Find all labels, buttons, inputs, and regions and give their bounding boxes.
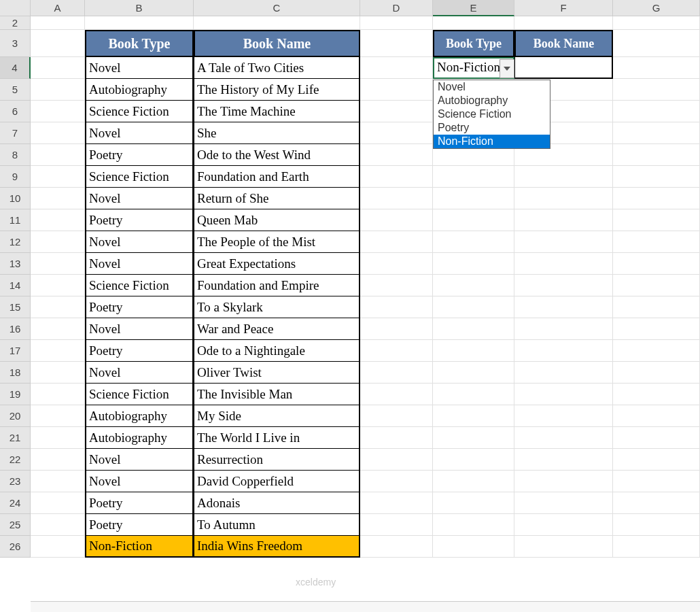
cell-D15[interactable]: [360, 296, 433, 318]
row-header-9[interactable]: 9: [0, 166, 31, 188]
column-header-G[interactable]: G: [613, 0, 700, 16]
cell-G6[interactable]: [613, 101, 700, 122]
cell-A20[interactable]: [31, 405, 85, 427]
column-header-E[interactable]: E: [433, 0, 514, 16]
cell-F11[interactable]: [514, 209, 613, 231]
row-header-3[interactable]: 3: [0, 30, 31, 57]
cell-D17[interactable]: [360, 340, 433, 362]
cell-D12[interactable]: [360, 231, 433, 253]
cell-G11[interactable]: [613, 209, 700, 231]
row-header-8[interactable]: 8: [0, 144, 31, 166]
cell-A5[interactable]: [31, 79, 85, 101]
cell-G12[interactable]: [613, 231, 700, 253]
cell-B8[interactable]: Poetry: [85, 144, 194, 166]
cell-A7[interactable]: [31, 122, 85, 144]
cell-C21[interactable]: The World I Live in: [194, 427, 360, 449]
cell-D18[interactable]: [360, 362, 433, 384]
cell-D19[interactable]: [360, 384, 433, 405]
cell-A14[interactable]: [31, 275, 85, 296]
cell-D3[interactable]: [360, 30, 433, 57]
cell-B26[interactable]: Non-Fiction: [85, 536, 194, 558]
sheet-tab-bar[interactable]: [31, 601, 700, 612]
cell-G5[interactable]: [613, 79, 700, 101]
cell-B19[interactable]: Science Fiction: [85, 384, 194, 405]
cell-D26[interactable]: [360, 536, 433, 558]
cell-G4[interactable]: [613, 57, 700, 79]
cell-B11[interactable]: Poetry: [85, 209, 194, 231]
cell-C17[interactable]: Ode to a Nightingale: [194, 340, 360, 362]
cell-F24[interactable]: [514, 492, 613, 514]
row-header-16[interactable]: 16: [0, 318, 31, 340]
cell-C4[interactable]: A Tale of Two Cities: [194, 57, 360, 79]
cell-E14[interactable]: [433, 275, 514, 296]
cell-G10[interactable]: [613, 188, 700, 209]
cell-B24[interactable]: Poetry: [85, 492, 194, 514]
row-header-18[interactable]: 18: [0, 362, 31, 384]
row-header-25[interactable]: 25: [0, 514, 31, 536]
cell-B17[interactable]: Poetry: [85, 340, 194, 362]
row-header-13[interactable]: 13: [0, 253, 31, 275]
cell-E18[interactable]: [433, 362, 514, 384]
cell-E17[interactable]: [433, 340, 514, 362]
cell-G8[interactable]: [613, 144, 700, 166]
cell-D21[interactable]: [360, 427, 433, 449]
row-header-14[interactable]: 14: [0, 275, 31, 296]
column-header-D[interactable]: D: [360, 0, 433, 16]
cell-A3[interactable]: [31, 30, 85, 57]
cell-C7[interactable]: She: [194, 122, 360, 144]
cell-F26[interactable]: [514, 536, 613, 558]
cell-G19[interactable]: [613, 384, 700, 405]
cell-F4[interactable]: [514, 57, 613, 79]
cell-G18[interactable]: [613, 362, 700, 384]
row-header-23[interactable]: 23: [0, 471, 31, 492]
cell-G16[interactable]: [613, 318, 700, 340]
cell-D14[interactable]: [360, 275, 433, 296]
cell-G2[interactable]: [613, 16, 700, 30]
cell-E13[interactable]: [433, 253, 514, 275]
cell-E22[interactable]: [433, 449, 514, 471]
column-header-C[interactable]: C: [194, 0, 360, 16]
row-header-7[interactable]: 7: [0, 122, 31, 144]
cell-E11[interactable]: [433, 209, 514, 231]
cell-E25[interactable]: [433, 514, 514, 536]
cell-A9[interactable]: [31, 166, 85, 188]
cell-G26[interactable]: [613, 536, 700, 558]
cell-C3[interactable]: Book Name: [194, 30, 360, 57]
row-header-10[interactable]: 10: [0, 188, 31, 209]
cell-D20[interactable]: [360, 405, 433, 427]
cell-C23[interactable]: David Copperfield: [194, 471, 360, 492]
row-header-15[interactable]: 15: [0, 296, 31, 318]
cell-E23[interactable]: [433, 471, 514, 492]
cell-A17[interactable]: [31, 340, 85, 362]
cell-D23[interactable]: [360, 471, 433, 492]
cell-G3[interactable]: [613, 30, 700, 57]
cell-F13[interactable]: [514, 253, 613, 275]
cell-F3[interactable]: Book Name: [514, 30, 613, 57]
cell-D4[interactable]: [360, 57, 433, 79]
cell-F21[interactable]: [514, 427, 613, 449]
cell-D13[interactable]: [360, 253, 433, 275]
cell-F25[interactable]: [514, 514, 613, 536]
cell-G15[interactable]: [613, 296, 700, 318]
cell-B7[interactable]: Novel: [85, 122, 194, 144]
cell-C10[interactable]: Return of She: [194, 188, 360, 209]
cell-D16[interactable]: [360, 318, 433, 340]
select-all-corner[interactable]: [0, 0, 31, 16]
cell-A23[interactable]: [31, 471, 85, 492]
cell-F22[interactable]: [514, 449, 613, 471]
cell-B18[interactable]: Novel: [85, 362, 194, 384]
cell-G20[interactable]: [613, 405, 700, 427]
cell-A22[interactable]: [31, 449, 85, 471]
row-header-24[interactable]: 24: [0, 492, 31, 514]
cell-A2[interactable]: [31, 16, 85, 30]
cell-B4[interactable]: Novel: [85, 57, 194, 79]
cell-A6[interactable]: [31, 101, 85, 122]
row-header-19[interactable]: 19: [0, 384, 31, 405]
row-header-26[interactable]: 26: [0, 536, 31, 558]
cell-C5[interactable]: The History of My Life: [194, 79, 360, 101]
cell-A15[interactable]: [31, 296, 85, 318]
row-header-6[interactable]: 6: [0, 101, 31, 122]
cell-A21[interactable]: [31, 427, 85, 449]
cell-B9[interactable]: Science Fiction: [85, 166, 194, 188]
cell-A13[interactable]: [31, 253, 85, 275]
